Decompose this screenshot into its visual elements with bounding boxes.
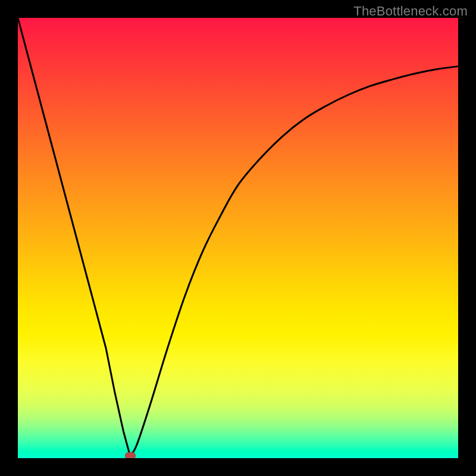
optimal-point-marker <box>125 452 136 458</box>
plot-area <box>18 18 458 458</box>
chart-frame: TheBottleneck.com <box>0 0 476 476</box>
watermark-text: TheBottleneck.com <box>353 4 468 19</box>
bottleneck-curve <box>18 18 458 458</box>
